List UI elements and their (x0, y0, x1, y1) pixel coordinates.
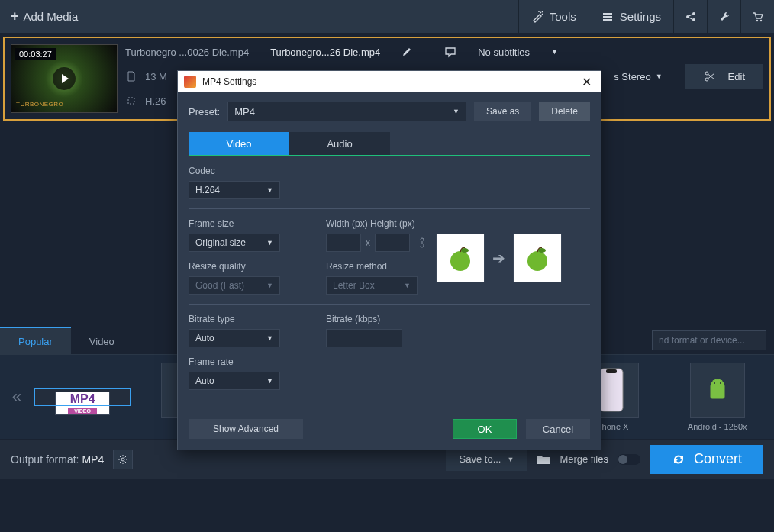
save-as-button[interactable]: Save as (474, 102, 531, 121)
subtitle-icon[interactable] (444, 46, 456, 58)
wand-icon (531, 11, 543, 23)
svg-point-14 (714, 382, 715, 384)
gear-icon (118, 454, 128, 465)
dialog-titlebar: MP4 Settings ✕ (178, 71, 601, 92)
format-card-android[interactable]: Android - 1280x (668, 363, 766, 431)
file-icon (125, 70, 137, 82)
video-thumbnail[interactable]: 00:03:27 TURBONEGRO (11, 44, 118, 113)
crop-icon (125, 95, 137, 107)
caret-down-icon: ▼ (551, 48, 558, 56)
preview-after (513, 234, 562, 282)
save-to-button[interactable]: Save to... ▼ (446, 448, 528, 471)
svg-point-9 (461, 248, 469, 253)
preset-label: Preset: (189, 106, 220, 118)
mp4-icon: MP4VIDEO (55, 392, 110, 415)
tab-video[interactable]: Video (71, 327, 133, 354)
folder-icon[interactable] (537, 453, 550, 466)
resize-preview: ➔ (436, 234, 562, 282)
video-tab[interactable]: Video (189, 132, 289, 155)
caret-down-icon: ▼ (266, 186, 273, 194)
add-media-button[interactable]: + Add Media (0, 0, 89, 33)
width-height-label: Width (px) Height (px) (326, 218, 590, 229)
preview-before (436, 234, 485, 282)
frame-rate-select[interactable]: Auto▼ (189, 372, 280, 390)
plus-icon: + (11, 8, 19, 24)
codec-select[interactable]: H.264▼ (189, 181, 280, 199)
svg-rect-13 (606, 369, 617, 373)
share-button[interactable] (673, 0, 707, 33)
width-input[interactable] (326, 234, 361, 252)
subtitles-select[interactable]: No subtitles (478, 47, 530, 58)
arrow-right-icon: ➔ (492, 249, 505, 267)
codec-label: Codec (189, 166, 590, 176)
caret-down-icon: ▼ (656, 73, 663, 80)
caret-down-icon: ▼ (404, 282, 411, 289)
menu-icon (601, 11, 614, 23)
svg-point-16 (121, 458, 124, 461)
svg-point-15 (720, 382, 721, 384)
filename-active: Turbonegro...26 Die.mp4 (270, 47, 380, 58)
top-toolbar: + Add Media Tools Settings (0, 0, 774, 34)
share-icon (685, 11, 697, 23)
output-settings-button[interactable] (113, 450, 133, 469)
app-icon (184, 76, 196, 88)
caret-down-icon: ▼ (507, 456, 514, 463)
link-icon[interactable] (418, 237, 427, 249)
svg-point-4 (759, 19, 761, 21)
svg-point-3 (756, 19, 757, 21)
frame-size-label: Frame size (189, 218, 303, 229)
svg-rect-12 (600, 369, 623, 411)
duration-badge: 00:03:27 (15, 48, 56, 60)
search-format-input[interactable]: nd format or device... (652, 330, 766, 350)
settings-button[interactable]: Settings (589, 0, 673, 33)
output-format-label: Output format: MP4 (11, 453, 104, 466)
resize-method-label: Resize method (326, 261, 427, 272)
svg-point-2 (692, 18, 695, 21)
wrench-button[interactable] (707, 0, 740, 33)
bitrate-type-select[interactable]: Auto▼ (189, 329, 280, 347)
svg-point-1 (692, 12, 695, 15)
tools-button[interactable]: Tools (518, 0, 589, 33)
cart-icon (752, 11, 764, 23)
play-button[interactable] (53, 67, 76, 90)
ok-button[interactable]: OK (453, 419, 517, 439)
convert-button[interactable]: Convert (650, 445, 763, 474)
play-icon (60, 74, 69, 83)
audio-tab[interactable]: Audio (289, 132, 390, 155)
caret-down-icon: ▼ (453, 108, 460, 115)
close-button[interactable]: ✕ (579, 75, 595, 89)
scroll-left-button[interactable]: « (8, 374, 26, 420)
add-media-label: Add Media (24, 10, 79, 23)
show-advanced-button[interactable]: Show Advanced (189, 419, 303, 439)
frame-size-select[interactable]: Original size▼ (189, 234, 280, 252)
frame-rate-label: Frame rate (189, 356, 303, 367)
dialog-title: MP4 Settings (202, 76, 256, 87)
svg-point-8 (450, 251, 470, 271)
resize-quality-label: Resize quality (189, 261, 303, 272)
audio-select[interactable]: s Stereo (614, 71, 650, 82)
caret-down-icon: ▼ (266, 377, 273, 385)
caret-down-icon: ▼ (266, 334, 273, 342)
caret-down-icon: ▼ (266, 239, 273, 247)
android-icon (690, 363, 745, 418)
tab-popular[interactable]: Popular (0, 327, 71, 354)
merge-toggle[interactable] (618, 454, 640, 465)
height-input[interactable] (375, 234, 410, 252)
resize-method-select[interactable]: Letter Box▼ (326, 276, 418, 295)
caret-down-icon: ▼ (266, 282, 273, 289)
cart-button[interactable] (740, 0, 774, 33)
merge-label: Merge files (560, 453, 608, 465)
cancel-button[interactable]: Cancel (526, 419, 590, 439)
wrench-icon (718, 11, 730, 23)
bitrate-label: Bitrate (kbps) (326, 314, 590, 324)
preset-select[interactable]: MP4 ▼ (227, 102, 466, 121)
codec-info: H.26 (145, 95, 166, 107)
rename-icon[interactable] (402, 47, 412, 57)
resize-quality-select[interactable]: Good (Fast)▼ (189, 276, 280, 295)
delete-button[interactable]: Delete (539, 102, 590, 121)
bitrate-input[interactable] (326, 329, 402, 347)
svg-point-11 (538, 248, 546, 253)
edit-button[interactable]: Edit (685, 64, 763, 89)
filename: Turbonegro ...0026 Die.mp4 (125, 47, 249, 58)
format-card-mp4[interactable]: MP4VIDEO MP4 (34, 388, 132, 406)
